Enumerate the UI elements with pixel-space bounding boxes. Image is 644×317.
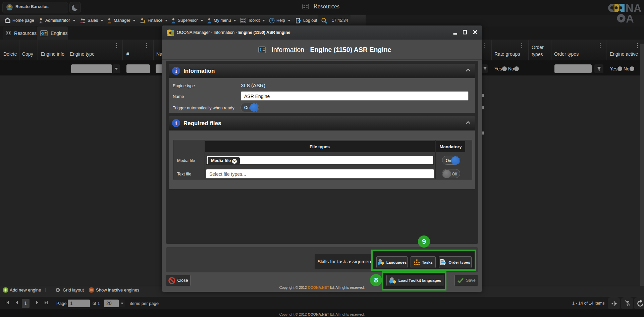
svg-text:?: ? [271, 18, 273, 22]
svg-text:A: A [626, 12, 634, 23]
